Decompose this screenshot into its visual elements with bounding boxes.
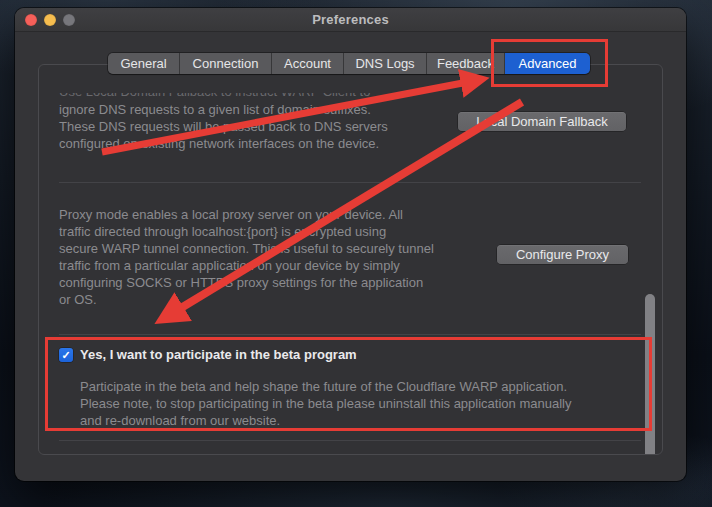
tab-connection[interactable]: Connection	[180, 53, 272, 74]
scrollbar-thumb[interactable]	[645, 294, 655, 454]
beta-text-line: and re-download from our website.	[80, 412, 280, 429]
preferences-window: Preferences Use Local Domain Fallback to…	[15, 8, 686, 481]
beta-program-checkbox-label[interactable]: Yes, I want to participate in the beta p…	[80, 347, 357, 362]
tab-content-box: Use Local Domain Fallback to instruct WA…	[38, 64, 663, 455]
proxy-text-line: secure WARP tunnel connection. This is u…	[59, 240, 434, 257]
tab-general[interactable]: General	[108, 53, 180, 74]
scroll-content: Use Local Domain Fallback to instruct WA…	[39, 93, 662, 454]
beta-text-line: Please note, to stop participating in th…	[80, 395, 571, 412]
titlebar: Preferences	[15, 8, 686, 32]
tab-advanced[interactable]: Advanced	[505, 53, 590, 74]
local-domain-text-line: Use Local Domain Fallback to instruct WA…	[59, 93, 370, 100]
beta-text-line: Participate in the beta and help shape t…	[80, 378, 567, 395]
tab-dns-logs[interactable]: DNS Logs	[344, 53, 427, 74]
proxy-text-line: traffic from a particular application on…	[59, 257, 400, 274]
tab-account[interactable]: Account	[272, 53, 344, 74]
section-divider	[59, 334, 641, 335]
tab-feedback[interactable]: Feedback	[427, 53, 505, 74]
local-domain-text-line: These DNS requests will be passed back t…	[59, 118, 388, 135]
checkmark-icon: ✓	[61, 349, 70, 361]
local-domain-fallback-button[interactable]: Local Domain Fallback	[458, 112, 626, 131]
proxy-text-line: Proxy mode enables a local proxy server …	[59, 206, 403, 223]
section-divider	[59, 182, 641, 183]
local-domain-text-line: configured on existing network interface…	[59, 135, 379, 152]
bottom-divider	[59, 440, 641, 441]
configure-proxy-button[interactable]: Configure Proxy	[497, 245, 628, 264]
local-domain-text-line: ignore DNS requests to a given list of d…	[59, 101, 371, 118]
proxy-text-line: traffic directed through localhost:{port…	[59, 223, 386, 240]
window-title: Preferences	[15, 12, 686, 27]
beta-program-checkbox[interactable]: ✓	[59, 348, 73, 362]
preferences-tab-bar: General Connection Account DNS Logs Feed…	[108, 53, 590, 74]
proxy-text-line: or OS.	[59, 291, 97, 308]
proxy-text-line: configuring SOCKS or HTTPS proxy setting…	[59, 274, 423, 291]
